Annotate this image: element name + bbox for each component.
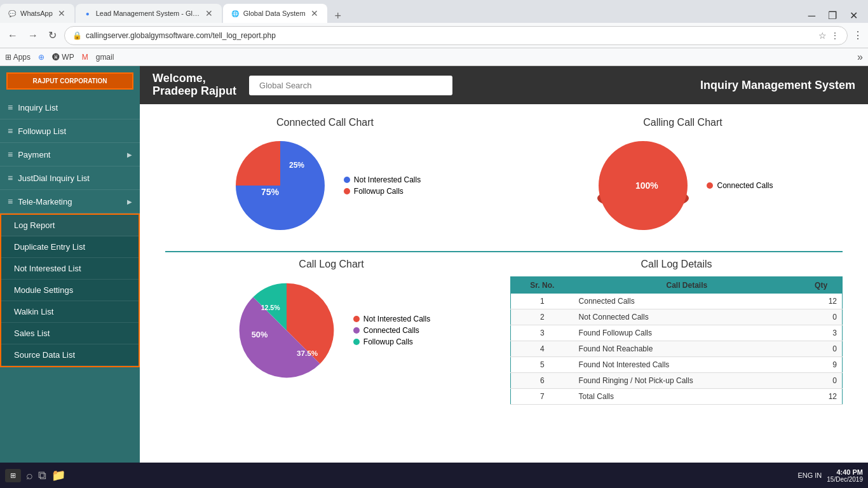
sidebar-payment-content: ≡ Payment bbox=[8, 149, 50, 159]
tab-gds-close[interactable]: ✕ bbox=[309, 8, 320, 18]
col-details: Call Details bbox=[574, 277, 801, 294]
legend-connected: Connected Calls bbox=[707, 181, 773, 190]
log-label-125: 12.5% bbox=[261, 304, 280, 311]
cell-sr-3: 4 bbox=[511, 341, 574, 357]
tab-lms-close[interactable]: ✕ bbox=[204, 8, 214, 18]
search-taskbar[interactable]: ⌕ bbox=[26, 469, 33, 482]
nav-bar: ← → ↻ 🔒 callingserver.globalgymsoftware.… bbox=[0, 23, 868, 48]
close-button[interactable]: ✕ bbox=[846, 8, 862, 23]
submenu-log-report[interactable]: Log Report bbox=[1, 215, 139, 236]
top-charts-row: Connected Call Chart 75% bbox=[153, 117, 855, 238]
connected-chart-title: Connected Call Chart bbox=[153, 117, 498, 128]
more-options-button[interactable]: ⋮ bbox=[853, 29, 863, 41]
welcome-text: Welcome, bbox=[153, 72, 206, 85]
pie-label-100: 100% bbox=[635, 180, 658, 191]
reload-button[interactable]: ↻ bbox=[46, 28, 59, 43]
connected-dot bbox=[707, 182, 713, 189]
sidebar-item-followup[interactable]: ≡ Followup List bbox=[0, 119, 140, 143]
extension-icons: ⋮ bbox=[831, 30, 839, 41]
connected-log-dot bbox=[353, 327, 360, 334]
restore-button[interactable]: ❐ bbox=[824, 8, 841, 23]
gds-favicon: 🌐 bbox=[231, 9, 240, 18]
sidebar-inquiry-label: Inquiry List bbox=[18, 103, 58, 112]
connected-call-chart: Connected Call Chart 75% bbox=[153, 117, 498, 238]
file-explorer-taskbar[interactable]: 📁 bbox=[51, 468, 65, 482]
address-bar[interactable]: 🔒 callingserver.globalgymsoftware.com/te… bbox=[64, 26, 848, 45]
not-interested-log-dot bbox=[353, 316, 360, 322]
browser-chrome: 💬 WhatsApp ✕ ● Lead Management System - … bbox=[0, 0, 868, 66]
bookmarks-bar: ⊞ Apps ⊕ 🅦 WP M gmail » bbox=[0, 48, 868, 66]
cell-qty-6: 12 bbox=[800, 389, 842, 405]
new-tab-button[interactable]: + bbox=[329, 10, 348, 23]
sidebar-item-payment[interactable]: ≡ Payment ▶ bbox=[0, 143, 140, 166]
back-button[interactable]: ← bbox=[5, 29, 20, 43]
connected-calls-label: Connected Calls bbox=[717, 181, 773, 190]
table-row: 3 Found Followup Calls 3 bbox=[511, 325, 843, 341]
submenu-sales-list[interactable]: Sales List bbox=[1, 323, 139, 344]
cell-qty-3: 0 bbox=[800, 341, 842, 357]
followup-label: Followup Calls bbox=[354, 187, 403, 196]
cell-sr-6: 7 bbox=[511, 389, 574, 405]
table-row: 7 Total Calls 12 bbox=[511, 389, 843, 405]
call-log-pie: 37.5% 50% 12.5% bbox=[233, 276, 341, 386]
submenu-walkin-list[interactable]: Walkin List bbox=[1, 301, 139, 323]
tab-whatsapp-close[interactable]: ✕ bbox=[57, 8, 67, 18]
followup-icon: ≡ bbox=[8, 126, 13, 136]
section-divider bbox=[165, 251, 843, 252]
bookmark-star[interactable]: ☆ bbox=[818, 30, 827, 41]
col-srno: Sr. No. bbox=[511, 277, 574, 294]
submenu-module-settings[interactable]: Module Settings bbox=[1, 280, 139, 301]
submenu-duplicate-entry[interactable]: Duplicate Entry List bbox=[1, 236, 139, 258]
task-view[interactable]: ⧉ bbox=[38, 469, 46, 482]
tab-gds-title: Global Data System bbox=[243, 10, 306, 17]
details-table: Sr. No. Call Details Qty 1 Connected Cal… bbox=[510, 276, 843, 405]
bookmarks-more[interactable]: » bbox=[857, 51, 863, 63]
cell-qty-1: 0 bbox=[800, 309, 842, 325]
calling-call-chart: Calling Call Chart 100% bbox=[510, 117, 855, 238]
sidebar-tele-label: Tele-Marketing bbox=[18, 197, 72, 207]
cell-qty-2: 3 bbox=[800, 325, 842, 341]
log-label-375: 37.5% bbox=[297, 349, 318, 357]
main-area: Welcome, Pradeep Rajput Inquiry Manageme… bbox=[140, 66, 868, 488]
legend-not-interested: Not Interested Calls bbox=[344, 175, 421, 184]
tab-gds[interactable]: 🌐 Global Data System ✕ bbox=[223, 4, 327, 23]
forward-button[interactable]: → bbox=[25, 29, 41, 43]
bookmark-gmail[interactable]: gmail bbox=[96, 53, 114, 62]
tab-whatsapp-title: WhatsApp bbox=[20, 10, 53, 17]
connected-pie: 75% 25% bbox=[229, 135, 331, 238]
sidebar-item-inquiry[interactable]: ≡ Inquiry List bbox=[0, 96, 140, 119]
address-text: callingserver.globalgymsoftware.com/tell… bbox=[86, 31, 815, 40]
connected-pie-svg: 75% 25% bbox=[229, 135, 331, 236]
minimize-button[interactable]: ─ bbox=[804, 9, 819, 23]
submenu-not-interested[interactable]: Not Interested List bbox=[1, 258, 139, 280]
cell-qty-0: 12 bbox=[800, 294, 842, 309]
sidebar-item-telemarketing[interactable]: ≡ Tele-Marketing ▶ bbox=[0, 190, 140, 214]
bookmark-gmail-icon[interactable]: M bbox=[82, 53, 88, 62]
sidebar-item-justdial[interactable]: ≡ JustDial Inquiry List bbox=[0, 166, 140, 190]
sidebar-justdial-label: JustDial Inquiry List bbox=[18, 173, 90, 183]
cell-sr-2: 3 bbox=[511, 325, 574, 341]
bookmark-2[interactable]: ⊕ bbox=[38, 53, 44, 62]
bookmark-apps[interactable]: ⊞ Apps bbox=[5, 53, 31, 62]
charts-section: Connected Call Chart 75% bbox=[140, 104, 868, 430]
sidebar-followup-label: Followup List bbox=[18, 126, 66, 136]
tab-whatsapp[interactable]: 💬 WhatsApp ✕ bbox=[0, 4, 74, 23]
call-log-details-title: Call Log Details bbox=[510, 259, 843, 270]
sidebar-item-inquiry-content: ≡ Inquiry List bbox=[8, 102, 58, 112]
tab-lms[interactable]: ● Lead Management System - Glo... ✕ bbox=[76, 4, 222, 23]
connected-chart-wrapper: 75% 25% Not Interested Calls bbox=[153, 135, 498, 238]
welcome-line: Welcome, Pradeep Rajput bbox=[153, 72, 236, 98]
calling-legend: Connected Calls bbox=[707, 181, 773, 193]
tab-bar: 💬 WhatsApp ✕ ● Lead Management System - … bbox=[0, 0, 868, 23]
start-button[interactable]: ⊞ bbox=[5, 469, 21, 482]
cell-sr-0: 1 bbox=[511, 294, 574, 309]
connected-legend: Not Interested Calls Followup Calls bbox=[344, 175, 421, 198]
global-search-input[interactable] bbox=[249, 76, 452, 95]
taskbar-date: 15/Dec/2019 bbox=[827, 476, 863, 483]
cell-detail-5: Found Ringing / Not Pick-up Calls bbox=[574, 373, 801, 389]
sidebar-tele-content: ≡ Tele-Marketing bbox=[8, 196, 72, 207]
bookmark-wp[interactable]: 🅦 WP bbox=[52, 53, 74, 62]
followup-log-dot bbox=[353, 339, 360, 345]
calling-pie-svg: 100% bbox=[592, 135, 694, 236]
submenu-source-data[interactable]: Source Data List bbox=[1, 344, 139, 366]
